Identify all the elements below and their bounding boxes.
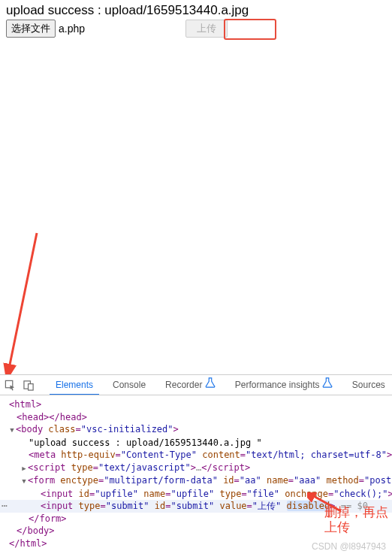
script-close-tag: </script>: [201, 462, 250, 473]
devtools-toolbar: Elements Console Recorder Performance in…: [0, 375, 392, 395]
annotation-arrow-1: [3, 226, 41, 376]
tab-console[interactable]: Console: [107, 375, 152, 395]
dom-tree[interactable]: <html> <head></head> <body class="vsc-in…: [0, 395, 392, 552]
upload-success-text: upload success : upload/1659513440.a.jpg: [6, 3, 386, 18]
tab-sources[interactable]: Sources: [346, 375, 391, 395]
device-toggle-icon[interactable]: [23, 379, 35, 391]
upload-submit-button[interactable]: 上传: [185, 20, 228, 38]
disabled-attr-highlight: disabled: [287, 501, 330, 511]
choose-file-button[interactable]: 选择文件: [6, 20, 56, 38]
tab-recorder[interactable]: Recorder: [159, 375, 222, 395]
svg-rect-3: [29, 383, 34, 389]
inspect-icon[interactable]: [5, 379, 16, 391]
tab-elements[interactable]: Elements: [50, 375, 99, 395]
devtools-panel: Elements Console Recorder Performance in…: [0, 374, 392, 554]
svg-line-0: [9, 233, 37, 368]
chosen-filename: a.php: [59, 23, 85, 35]
selected-dom-node: <input type="submit" id="submit" value="…: [0, 500, 392, 513]
tab-performance[interactable]: Performance insights: [229, 375, 339, 395]
watermark: CSDN @l8947943: [312, 541, 386, 552]
